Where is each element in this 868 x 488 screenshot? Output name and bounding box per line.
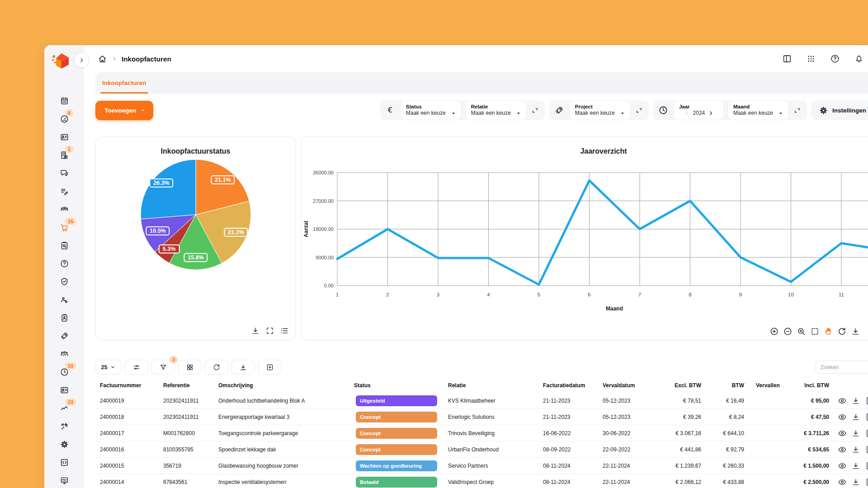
sidebar-item-calendar[interactable] (59, 96, 69, 106)
table-row[interactable]: 2400001467843561Inspectie ventilatiesyst… (95, 474, 868, 488)
hand-icon[interactable] (824, 327, 833, 336)
table-row[interactable]: 24000015356719Glasbewassing hoogbouw zom… (95, 458, 868, 474)
download-icon[interactable] (851, 461, 860, 470)
download-icon[interactable] (851, 396, 860, 405)
page-size-select[interactable]: 25 (95, 360, 122, 375)
next-year-button[interactable] (708, 110, 714, 117)
sidebar-item-cart[interactable]: 15 (59, 222, 69, 232)
sidebar-item-contact-card[interactable] (59, 385, 69, 395)
expand-icon[interactable] (530, 105, 540, 115)
column-header-omschrijving[interactable]: Omschrijving (214, 382, 349, 389)
home-icon[interactable] (98, 54, 107, 64)
column-header-relatie[interactable]: Relatie (443, 382, 538, 389)
sidebar-item-gauge[interactable]: 6 (59, 114, 69, 124)
search-input[interactable] (816, 361, 868, 374)
circle-plus-icon[interactable] (769, 327, 779, 336)
sidebar-item-id-badge[interactable] (59, 313, 69, 323)
column-header-excl_btw[interactable]: Excl. BTW (653, 382, 703, 389)
help-icon[interactable] (830, 53, 840, 64)
column-header-referentie[interactable]: Referentie (159, 382, 214, 389)
expand-icon[interactable] (793, 105, 802, 115)
file-search-icon[interactable] (864, 445, 868, 454)
sidebar-item-gear[interactable] (59, 439, 69, 449)
settings-button[interactable]: Instellingen (811, 100, 868, 120)
refresh-icon[interactable] (837, 327, 847, 336)
column-header-incl_btw[interactable]: Incl. BTW (787, 382, 831, 389)
sidebar-item-rocket[interactable] (59, 331, 69, 341)
sidebar-item-tools[interactable] (59, 421, 69, 431)
sidebar-item-notes[interactable] (59, 186, 69, 196)
sidebar-item-help-circle[interactable] (59, 258, 69, 268)
table-row[interactable]: 24000018202302411911Energierapportage kw… (95, 409, 868, 425)
sidebar-item-people[interactable] (59, 349, 69, 359)
zoom-plus-icon[interactable] (797, 327, 806, 336)
download-icon[interactable] (851, 412, 860, 422)
table-toolbar-sliders-button[interactable] (125, 360, 148, 375)
filter-value: Maak een keuze (575, 110, 615, 117)
table-row[interactable]: 24000019202302411911Onderhoud luchtbehan… (95, 393, 868, 409)
tab-inkoopfacturen[interactable]: Inkoopfacturen (100, 72, 148, 94)
table-toolbar-funnel-button[interactable]: 3 (151, 360, 175, 375)
cell-incl_btw: € 2.500,00 (787, 479, 831, 485)
breadcrumb-title: Inkoopfacturen (122, 55, 171, 63)
download-icon[interactable] (851, 445, 860, 454)
table-toolbar-download-button[interactable] (231, 360, 255, 375)
column-header-status[interactable]: Status (349, 382, 443, 389)
eye-icon[interactable] (837, 412, 847, 422)
file-search-icon[interactable] (864, 412, 868, 422)
select-rect-icon[interactable] (810, 327, 820, 336)
table-toolbar-refresh-button[interactable] (205, 360, 228, 375)
sidebar-item-clipboard-search[interactable] (59, 240, 69, 250)
eye-icon[interactable] (837, 428, 847, 438)
download-icon[interactable] (251, 326, 260, 335)
panel-toggle-icon[interactable] (782, 53, 793, 64)
pie-slice-label: 21.1% (211, 175, 235, 184)
sidebar-item-chat[interactable] (59, 168, 69, 178)
eye-icon[interactable] (837, 477, 847, 487)
column-header-vervaldatum[interactable]: Vervaldatum (598, 382, 653, 389)
file-search-icon[interactable] (864, 396, 868, 405)
download-icon[interactable] (851, 327, 860, 336)
table-toolbar-grid-button[interactable] (178, 360, 202, 375)
sidebar-item-trend[interactable]: 23 (59, 403, 69, 413)
table-row[interactable]: 240000168100355785Spoedinzet lekkage dak… (95, 441, 868, 458)
circle-minus-icon[interactable] (783, 327, 793, 336)
filter-select-status[interactable]: StatusMaak een keuze (400, 100, 462, 120)
apps-grid-icon[interactable] (806, 53, 816, 64)
filter-select-maand[interactable]: MaandMaak een keuze (727, 100, 789, 120)
sidebar-collapse-button[interactable] (74, 52, 89, 68)
row-actions (831, 396, 868, 405)
expand-icon[interactable] (634, 105, 644, 115)
table-toolbar-box-download-button[interactable] (258, 360, 282, 375)
sidebar-item-building[interactable]: 1 (59, 150, 69, 160)
file-search-icon[interactable] (864, 461, 868, 470)
column-header-factuurnummer[interactable]: Factuurnummer (95, 382, 159, 389)
bell-icon[interactable] (854, 53, 864, 64)
filter-select-project[interactable]: ProjectMaak een keuze (569, 100, 631, 120)
column-header-btw[interactable]: BTW (703, 382, 746, 389)
sidebar-item-shield-check[interactable] (59, 277, 69, 286)
list-menu-icon[interactable] (280, 326, 289, 335)
sidebar-item-monitor[interactable] (59, 475, 69, 485)
filter-select-relatie[interactable]: RelatieMaak een keuze (465, 100, 527, 120)
sidebar-item-reception[interactable] (59, 295, 69, 305)
table-row[interactable]: 24000017M001762800Toegangscontrole parke… (95, 425, 868, 441)
fullscreen-icon[interactable] (265, 326, 274, 335)
eye-icon[interactable] (837, 445, 847, 454)
file-search-icon[interactable] (864, 428, 868, 438)
sidebar-item-team[interactable] (59, 204, 69, 214)
add-button[interactable]: Toevoegen (95, 101, 153, 120)
file-search-icon[interactable] (864, 477, 868, 487)
gear-icon (819, 106, 828, 115)
sidebar-item-clock[interactable]: 10 (59, 367, 69, 377)
sidebar-item-contact-card[interactable] (59, 132, 69, 142)
column-header-vervallen[interactable]: Vervallen (746, 382, 787, 389)
eye-icon[interactable] (837, 461, 847, 470)
download-icon[interactable] (851, 428, 860, 438)
previous-year-button[interactable] (684, 110, 690, 117)
cell-factuurnummer: 24000015 (95, 463, 159, 469)
eye-icon[interactable] (837, 396, 847, 405)
download-icon[interactable] (851, 477, 860, 487)
sidebar-item-code-box[interactable] (59, 457, 69, 467)
column-header-facturatiedatum[interactable]: Facturatiedatum (538, 382, 598, 389)
